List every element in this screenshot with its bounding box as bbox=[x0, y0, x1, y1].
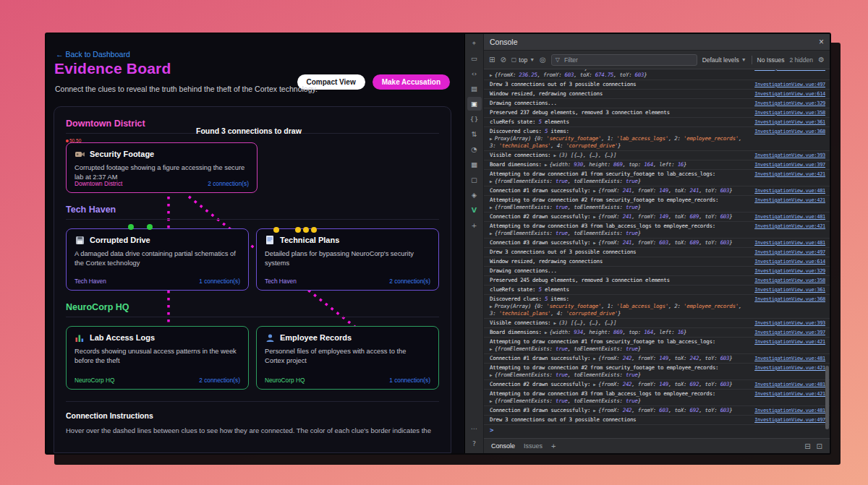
clue-connection-count: 2 connection(s) bbox=[199, 377, 240, 384]
application-icon[interactable]: ▢ bbox=[467, 173, 482, 186]
device-toolbar-icon[interactable]: ▭ bbox=[467, 51, 482, 65]
source-link[interactable]: InvestigationView.vue:614 bbox=[750, 90, 825, 98]
source-link[interactable]: InvestigationView.vue:481 bbox=[750, 69, 825, 72]
console-settings-gear-icon[interactable]: ⚙ bbox=[818, 56, 825, 64]
hidden-messages-count[interactable]: 2 hidden bbox=[789, 56, 813, 64]
close-icon[interactable]: × bbox=[819, 38, 824, 46]
console-sidebar-icon[interactable]: ⊞ bbox=[489, 56, 495, 64]
clue-card-technical-plans[interactable]: Technical PlansDetailed plans for bypass… bbox=[256, 228, 439, 291]
console-row: Board dimensions: ▶ {width: 934, height:… bbox=[484, 328, 830, 338]
source-link[interactable]: InvestigationView.vue:614 bbox=[750, 258, 825, 265]
source-link[interactable]: InvestigationView.vue:421 bbox=[750, 390, 825, 398]
vue-devtools-icon[interactable]: V bbox=[467, 203, 482, 217]
source-link[interactable]: InvestigationView.vue:421 bbox=[750, 223, 825, 230]
clue-connection-count: 2 connection(s) bbox=[208, 180, 249, 187]
make-accusation-button[interactable]: Make Accusation bbox=[373, 74, 450, 90]
devtools-main: Console × ⊞ ⊘ ▢ top ▼ ◎ ▽ bbox=[484, 34, 830, 453]
console-row: Connection #3 drawn successfully:▶ {from… bbox=[484, 69, 830, 80]
clue-title: Employee Records bbox=[280, 333, 352, 342]
source-link[interactable]: InvestigationView.vue:368 bbox=[750, 296, 825, 303]
board-sections: Downtown DistrictSecurity FootageCorrupt… bbox=[66, 119, 439, 390]
memory-icon[interactable]: ▦ bbox=[467, 158, 482, 171]
console-row: Discovered clues: 5 items:▶ Proxy(Array)… bbox=[484, 127, 830, 151]
console-scrollbar[interactable] bbox=[825, 366, 829, 429]
live-expression-eye-icon[interactable]: ◎ bbox=[540, 56, 546, 64]
log-levels-selector[interactable]: Default levels ▼ bbox=[702, 56, 746, 64]
source-link[interactable]: InvestigationView.vue:481 bbox=[750, 213, 825, 220]
dock-side-icon[interactable]: ⊟ bbox=[804, 442, 810, 450]
source-link[interactable]: InvestigationView.vue:329 bbox=[750, 267, 825, 275]
console-icon[interactable]: ▣ bbox=[467, 97, 482, 111]
tab-console[interactable]: Console bbox=[491, 442, 515, 450]
source-link[interactable]: InvestigationView.vue:481 bbox=[750, 239, 825, 246]
source-link[interactable]: InvestigationView.vue:421 bbox=[750, 338, 825, 345]
clue-card-lab-access-logs[interactable]: Lab Access LogsRecords showing unusual a… bbox=[66, 326, 249, 390]
back-to-dashboard-link[interactable]: ← Back to Dashboard bbox=[56, 50, 130, 59]
console-row: Attempting to draw connection #1 from se… bbox=[484, 170, 830, 186]
clue-description: Personnel files of employees with access… bbox=[265, 347, 430, 366]
console-prompt-icon: > bbox=[490, 427, 493, 434]
console-filter[interactable]: ▽ bbox=[551, 54, 697, 66]
clear-console-icon[interactable]: ⊘ bbox=[500, 56, 506, 64]
filter-input[interactable] bbox=[563, 56, 693, 64]
more-tools-icon[interactable]: + bbox=[467, 218, 482, 232]
header-actions: Compact View Make Accusation bbox=[297, 74, 451, 90]
issues-status[interactable]: No Issues bbox=[757, 56, 785, 64]
tab-issues[interactable]: Issues bbox=[524, 442, 542, 450]
console-row: Connection #3 drawn successfully: ▶ {fro… bbox=[484, 406, 830, 416]
context-selector[interactable]: ▢ top ▼ bbox=[511, 56, 535, 64]
evidence-board-app: ← Back to Dashboard Evidence Board Compa… bbox=[46, 34, 464, 453]
source-link[interactable]: InvestigationView.vue:421 bbox=[750, 171, 825, 178]
overflow-menu-icon[interactable]: ⋯ bbox=[467, 421, 482, 435]
clue-card-security-footage[interactable]: Security FootageCorrupted footage showin… bbox=[66, 142, 258, 193]
source-link[interactable]: InvestigationView.vue:497 bbox=[750, 81, 825, 88]
clue-card-corrupted-drive[interactable]: Corrupted DriveA damaged data drive cont… bbox=[66, 228, 249, 291]
console-input[interactable] bbox=[497, 427, 824, 434]
inspect-icon[interactable]: ⌖ bbox=[467, 36, 482, 50]
console-messages: Connection #3 drawn successfully:▶ {from… bbox=[484, 69, 830, 425]
source-link[interactable]: InvestigationView.vue:481 bbox=[750, 381, 825, 388]
security-icon[interactable]: ◈ bbox=[467, 188, 482, 202]
add-tab-icon[interactable]: + bbox=[551, 442, 556, 450]
source-link[interactable]: InvestigationView.vue:361 bbox=[750, 286, 825, 293]
source-link[interactable]: InvestigationView.vue:358 bbox=[750, 109, 825, 116]
connection-debug-marker bbox=[311, 227, 317, 233]
connection-debug-marker bbox=[147, 224, 153, 230]
console-row: Visible connections: ▶ (3) [{…}, {…}, {…… bbox=[484, 319, 830, 328]
source-link[interactable]: InvestigationView.vue:481 bbox=[750, 187, 825, 194]
bar-chart-icon bbox=[75, 334, 85, 342]
sources-icon[interactable]: {} bbox=[467, 112, 482, 126]
styles-icon[interactable]: ▤ bbox=[467, 82, 482, 95]
toolbar-right-group: Default levels ▼ No Issues 2 hidden ⚙ bbox=[702, 56, 825, 64]
source-link[interactable]: InvestigationView.vue:329 bbox=[750, 100, 825, 107]
source-link[interactable]: InvestigationView.vue:497 bbox=[750, 249, 825, 256]
source-link[interactable]: InvestigationView.vue:481 bbox=[750, 407, 825, 414]
source-link[interactable]: InvestigationView.vue:497 bbox=[750, 416, 825, 424]
help-icon[interactable]: ? bbox=[467, 437, 482, 450]
performance-icon[interactable]: ◔ bbox=[467, 142, 482, 156]
source-link[interactable]: InvestigationView.vue:393 bbox=[750, 152, 825, 159]
connection-debug-marker bbox=[295, 227, 301, 233]
source-link[interactable]: InvestigationView.vue:481 bbox=[750, 355, 825, 362]
source-link[interactable]: InvestigationView.vue:368 bbox=[750, 128, 825, 135]
source-link[interactable]: InvestigationView.vue:361 bbox=[750, 119, 825, 126]
network-icon[interactable]: ⇅ bbox=[467, 127, 482, 141]
source-link[interactable]: InvestigationView.vue:397 bbox=[750, 161, 825, 168]
section-title-tech-haven: Tech Haven bbox=[66, 205, 439, 220]
section-title-neurocorp-hq: NeuroCorp HQ bbox=[66, 302, 439, 317]
elements-icon[interactable]: ‹› bbox=[467, 66, 482, 80]
connections-debug-label: Found 3 connections to draw bbox=[196, 126, 302, 135]
source-link[interactable]: InvestigationView.vue:397 bbox=[750, 329, 825, 336]
page-title: Evidence Board bbox=[54, 60, 171, 77]
clue-location: Downtown District bbox=[75, 180, 122, 187]
source-link[interactable]: InvestigationView.vue:421 bbox=[750, 197, 825, 204]
source-link[interactable]: InvestigationView.vue:393 bbox=[750, 319, 825, 327]
footer-right-icons: ⊟ ⊡ bbox=[804, 442, 822, 450]
toolbar-divider bbox=[752, 56, 752, 64]
console-row: Connection #3 drawn successfully: ▶ {fro… bbox=[484, 239, 830, 248]
source-link[interactable]: InvestigationView.vue:358 bbox=[750, 277, 825, 284]
expand-panel-icon[interactable]: ⊡ bbox=[817, 442, 822, 450]
source-link[interactable]: InvestigationView.vue:421 bbox=[750, 364, 825, 372]
origin-debug-marker: 50,50 bbox=[66, 138, 81, 143]
clue-card-employee-records[interactable]: Employee RecordsPersonnel files of emplo… bbox=[256, 326, 439, 390]
